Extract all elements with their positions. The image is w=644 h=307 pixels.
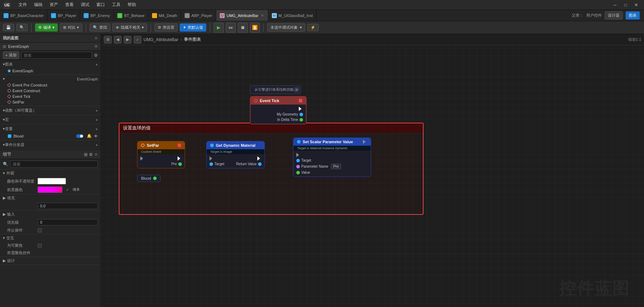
input-header[interactable]: ▶ 输入 xyxy=(0,211,101,218)
menu-debug[interactable]: 调试 xyxy=(78,1,92,9)
class-default-button[interactable]: ✦ 类默认值 xyxy=(180,23,206,32)
minimize-button[interactable]: ─ xyxy=(610,1,620,9)
blood-node[interactable]: Blood xyxy=(137,175,161,182)
macros-add-icon[interactable]: + xyxy=(96,118,98,122)
panel-close-button[interactable]: ✕ xyxy=(94,36,98,41)
dispatchers-add-icon[interactable]: + xyxy=(96,143,98,147)
search-settings-icon[interactable]: ⚙ xyxy=(94,53,98,58)
menu-window[interactable]: 窗口 xyxy=(94,1,108,9)
breadcrumb-root[interactable]: UMG_AttributeBar xyxy=(144,37,178,42)
menu-help[interactable]: 帮助 xyxy=(125,1,139,9)
expand-icon[interactable]: ⊞ xyxy=(294,87,299,92)
play-button[interactable]: ▶ xyxy=(214,23,224,33)
interaction-header[interactable]: ▾ 交互 xyxy=(0,234,101,242)
graph-fit-button[interactable]: ⤢ xyxy=(134,36,141,44)
tree-item-construct[interactable]: Event Construct xyxy=(0,88,101,94)
tab-bp-player[interactable]: B BP_Player xyxy=(47,10,80,21)
bell-icon[interactable]: 🔔 xyxy=(87,134,92,138)
fg-color-swatch[interactable] xyxy=(38,186,62,193)
appearance-header[interactable]: ▾ 外观 xyxy=(0,169,101,177)
designer-button[interactable]: 设计器 xyxy=(605,11,623,19)
tab-close-umg-attr[interactable]: ✕ xyxy=(260,13,264,18)
collapsed-node[interactable]: 从引擎进行体系结构功能... ⊞ xyxy=(250,85,301,94)
breadcrumb-child[interactable]: 事件图表 xyxy=(184,37,201,43)
priority-input[interactable]: 0 xyxy=(38,219,98,225)
inherit-checkbox-icon[interactable]: ✓ xyxy=(66,188,69,192)
color-opacity-swatch[interactable] xyxy=(38,178,66,184)
browse-button[interactable]: 🔍 xyxy=(16,24,28,31)
design-header[interactable]: ▶ 设计 xyxy=(0,257,101,264)
menu-file[interactable]: 文件 xyxy=(16,1,30,9)
setpar-header: SetPar xyxy=(138,141,185,149)
variables-add-icon[interactable]: + xyxy=(96,127,98,131)
menu-edit[interactable]: 编辑 xyxy=(31,1,45,9)
setpar-node[interactable]: SetPar Custom Event Pre xyxy=(137,141,185,168)
tab-label-bt-behave: BT_Behave xyxy=(124,13,144,18)
close-button[interactable]: ✕ xyxy=(631,1,641,9)
tab-ma-death[interactable]: M MA_Death xyxy=(149,10,181,21)
tree-item-setpar[interactable]: SetPar xyxy=(0,99,101,105)
detail-search-input[interactable] xyxy=(10,161,98,168)
event-graph-panel-close[interactable]: ✕ xyxy=(94,44,98,49)
eye-var-icon[interactable]: 👁 xyxy=(94,134,98,138)
pause-button[interactable]: ⏫ xyxy=(250,23,260,33)
comment-box[interactable]: 设置血球的值 SetPar Custom Event xyxy=(119,123,424,215)
settings-detail-icon[interactable]: ⚙ xyxy=(89,152,93,157)
stop-action-checkbox[interactable] xyxy=(38,228,42,233)
variables-section-header[interactable]: ▾ 变量 + xyxy=(0,125,101,133)
save-button[interactable]: 💾 xyxy=(3,24,14,31)
tab-bp-base[interactable]: B BP_BaseCharacter xyxy=(0,10,47,21)
functions-add-icon[interactable]: + xyxy=(96,108,98,113)
tree-item-event-graph[interactable]: EventGraph xyxy=(0,68,101,74)
graphs-section-header[interactable]: ▾ 图表 + xyxy=(0,61,101,68)
menu-tools[interactable]: 工具 xyxy=(109,1,123,9)
graph-settings-button[interactable]: ⊞ xyxy=(104,36,112,44)
macros-section-header[interactable]: ▾ 宏 + xyxy=(0,116,101,123)
set-scalar-node[interactable]: Set Scalar Parameter Value Target is Mat… xyxy=(293,138,371,177)
stop-button[interactable]: ⏹ xyxy=(238,23,248,33)
compile-button[interactable]: ⚙ 编译 ▾ xyxy=(35,23,58,32)
table-icon[interactable]: ⊞ xyxy=(84,152,88,157)
maximize-button[interactable]: □ xyxy=(621,1,631,9)
close-detail-icon[interactable]: ✕ xyxy=(94,152,98,157)
tab-umg-attr[interactable]: U UMG_AttributeBar ✕ xyxy=(216,10,268,21)
var-item-blood[interactable]: Blood 🔔 👁 xyxy=(0,133,101,139)
add-button[interactable]: + 添加 xyxy=(3,51,19,59)
graphs-add-icon[interactable]: + xyxy=(96,62,98,67)
tab-m-glass[interactable]: M M_UIGlassBall_Inst xyxy=(268,10,317,21)
tab-abp-player[interactable]: A ABP_Player xyxy=(181,10,216,21)
fill-header[interactable]: ▶ 填充 xyxy=(0,194,101,202)
find-button[interactable]: 🔍 查找 xyxy=(90,23,110,32)
event-tick-header: Event Tick xyxy=(251,97,306,105)
macros-section: ▾ 宏 + xyxy=(0,115,101,124)
tree-item-event-tick[interactable]: Event Tick xyxy=(0,94,101,99)
color-opacity-row: 颜色和不透明度 xyxy=(0,177,101,185)
tree-item-pre-construct[interactable]: Event Pre Construct xyxy=(0,82,101,88)
fill-value-input[interactable]: 0.0 xyxy=(38,203,98,209)
events-section-header[interactable]: ▾ EventGraph xyxy=(0,76,101,82)
menu-view[interactable]: 查看 xyxy=(62,1,77,9)
diff-button[interactable]: ⊞ 对比 ▾ xyxy=(60,23,82,32)
event-tick-node[interactable]: Event Tick My Geometry In Delta Time xyxy=(250,96,307,124)
tab-label-bp-enemy: BP_Enemy xyxy=(90,13,110,18)
tab-bt-behave[interactable]: B BT_Behave xyxy=(114,10,148,21)
dispatchers-section-header[interactable]: ▾ 事件分发器 + xyxy=(0,141,101,149)
hide-button[interactable]: 👁 隐藏不相关 ▾ xyxy=(112,23,147,32)
functions-section-header[interactable]: ▾ 函数（36可覆盖） + xyxy=(0,107,101,114)
menu-assets[interactable]: 资产 xyxy=(47,1,61,9)
debug-btn[interactable]: ⚡ xyxy=(307,24,319,31)
graph-area[interactable]: ⊞ ◀ ▶ ⤢ UMG_AttributeBar › 事件图表 缩放1:1 xyxy=(101,34,644,307)
tab-bp-enemy[interactable]: B BP_Enemy xyxy=(80,10,114,21)
class-settings-button[interactable]: ⚙ 类设置 xyxy=(155,23,178,32)
focusable-checkbox[interactable] xyxy=(38,244,42,248)
get-dynamic-material-node[interactable]: Get Dynamic Material Target is Image Tar… xyxy=(206,141,265,168)
graph-button[interactable]: 图表 xyxy=(626,11,640,19)
param-name-value[interactable]: Pre xyxy=(331,164,341,169)
search-input[interactable] xyxy=(21,52,92,59)
graph-forward-button[interactable]: ▶ xyxy=(124,36,131,44)
step-button[interactable]: ⏭ xyxy=(226,23,236,33)
debug-target-dropdown[interactable]: 未选中调试对象 ▾ xyxy=(267,23,305,32)
blood-var-toggle[interactable] xyxy=(76,134,83,138)
get-dynamic-target-row: Target Return Value xyxy=(209,161,262,167)
graph-back-button[interactable]: ◀ xyxy=(114,36,122,44)
